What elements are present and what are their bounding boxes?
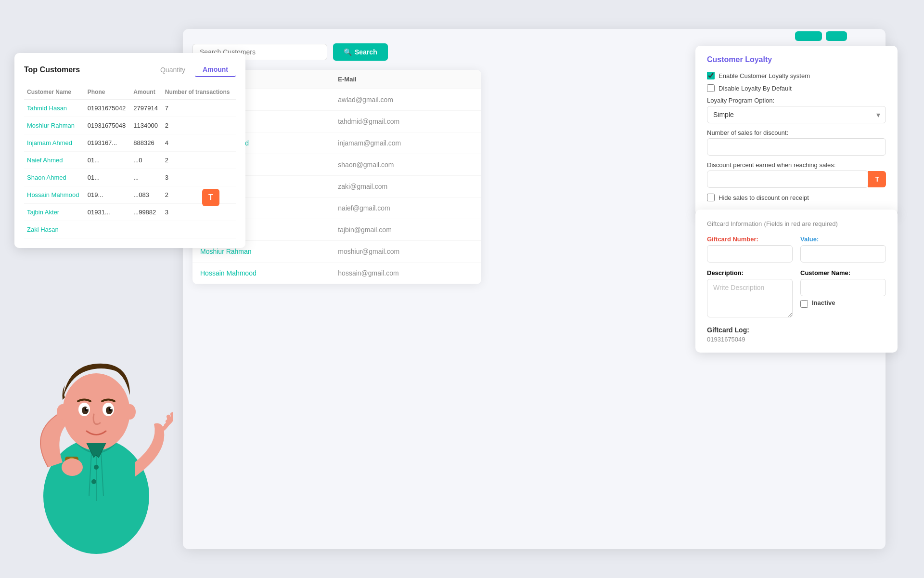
customer-amount-cell: ...0 <box>130 152 162 169</box>
avatar-svg <box>19 337 173 559</box>
sales-count-field: Number of sales for discount: 5 <box>707 129 886 156</box>
customer-name-cell[interactable]: Naief Ahmed <box>24 152 85 169</box>
program-option-label: Loyalty Program Option: <box>707 97 886 104</box>
giftcard-value-input[interactable]: 999 <box>800 245 886 263</box>
discount-t-button[interactable]: T <box>868 171 886 187</box>
giftcard-customer-field: Customer Name: Tahmid Hasan (3) (01931 I… <box>800 269 886 319</box>
giftcard-description-input[interactable] <box>707 279 793 317</box>
giftcard-panel: Giftcard Information (Fields in red are … <box>695 210 898 353</box>
discount-percent-input[interactable]: 5% <box>707 171 868 188</box>
customer-phone-cell: 01... <box>85 169 131 186</box>
customer-name-cell[interactable]: Shaon Ahmed <box>24 169 85 186</box>
search-button[interactable]: 🔍 Search <box>333 43 388 61</box>
widget-col-header: Number of transactions <box>162 85 236 100</box>
customer-phone-cell: 01931675048 <box>85 117 131 134</box>
enable-loyalty-row: Enable Customer Loyalty system <box>707 72 886 79</box>
giftcard-customer-label: Customer Name: <box>800 269 886 276</box>
widget-col-header: Amount <box>130 85 162 100</box>
customer-transactions-cell: 7 <box>162 100 236 117</box>
customer-name-cell[interactable]: Moshiur Rahman <box>24 117 85 134</box>
customer-transactions-cell: 3 <box>162 204 236 221</box>
widget-col-header: Customer Name <box>24 85 85 100</box>
widget-table: Customer NamePhoneAmountNumber of transa… <box>24 85 236 238</box>
loyalty-title: Customer Loyalty <box>707 55 886 64</box>
customer-transactions-cell: 3 <box>162 169 236 186</box>
program-option-field: Loyalty Program Option: Simple <box>707 97 886 123</box>
customer-name-cell[interactable]: Injamam Ahmed <box>24 134 85 152</box>
customer-name-cell[interactable]: Tahmid Hasan <box>24 100 85 117</box>
list-email-cell: injamam@gmail.com <box>330 132 481 154</box>
widget-table-row[interactable]: Injamam Ahmed 0193167... 888326 4 <box>24 134 236 152</box>
sales-count-label: Number of sales for discount: <box>707 129 886 136</box>
program-select[interactable]: Simple <box>707 106 886 123</box>
svg-point-8 <box>86 407 88 409</box>
customer-amount-cell: 1134000 <box>130 117 162 134</box>
customer-transactions-cell: 2 <box>162 117 236 134</box>
disable-loyalty-row: Disable Loyalty By Default <box>707 84 886 92</box>
list-t-button[interactable]: T <box>202 189 219 206</box>
giftcard-number-field: Giftcard Number: 25 <box>707 236 793 263</box>
giftcard-description-label: Description: <box>707 269 793 276</box>
customer-amount-cell: ...083 <box>130 186 162 204</box>
inactive-label: Inactive <box>812 299 835 306</box>
hide-sales-label: Hide sales to discount on receipt <box>719 194 809 201</box>
discount-percent-label: Discount percent earned when reaching sa… <box>707 161 886 169</box>
disable-loyalty-label: Disable Loyalty By Default <box>719 85 792 92</box>
top-green-button1[interactable] <box>795 31 822 41</box>
hide-sales-row: Hide sales to discount on receipt <box>707 194 886 201</box>
customer-amount-cell: 888326 <box>130 134 162 152</box>
giftcard-description-field: Description: <box>707 269 793 319</box>
giftcard-value-label: Value: <box>800 236 886 243</box>
giftcard-value-field: Value: 999 <box>800 236 886 263</box>
enable-loyalty-label: Enable Customer Loyalty system <box>719 72 810 79</box>
widget-header: Top Customers Quantity Amount <box>24 63 236 77</box>
customer-amount-cell: ... <box>130 169 162 186</box>
giftcard-bottom-row: Description: Customer Name: Tahmid Hasan… <box>707 269 886 319</box>
giftcard-title: Giftcard Information (Fields in red are … <box>707 219 886 228</box>
col-email: E-Mail <box>330 70 481 89</box>
customer-phone-cell <box>85 221 131 238</box>
giftcard-customer-input[interactable]: Tahmid Hasan (3) (01931 <box>800 279 886 296</box>
giftcard-top-row: Giftcard Number: 25 Value: 999 <box>707 236 886 263</box>
loyalty-panel: Customer Loyalty Enable Customer Loyalty… <box>695 46 898 216</box>
widget-table-row[interactable]: Zaki Hasan <box>24 221 236 238</box>
widget-title: Top Customers <box>24 66 80 74</box>
customer-name-cell[interactable]: Tajbin Akter <box>24 204 85 221</box>
hide-sales-checkbox[interactable] <box>707 194 715 201</box>
customer-phone-cell: 01... <box>85 152 131 169</box>
list-email-cell: shaon@gmail.com <box>330 154 481 176</box>
customer-name-cell[interactable]: Zaki Hasan <box>24 221 85 238</box>
tab-amount[interactable]: Amount <box>195 63 236 77</box>
customer-phone-cell: 0193167... <box>85 134 131 152</box>
list-email-cell: moshiur@gmail.com <box>330 241 481 263</box>
giftcard-log-value: 01931675049 <box>707 336 886 343</box>
list-email-cell: tahdmid@gmail.com <box>330 111 481 132</box>
giftcard-number-label: Giftcard Number: <box>707 236 793 243</box>
widget-table-row[interactable]: Naief Ahmed 01... ...0 2 <box>24 152 236 169</box>
disable-loyalty-checkbox[interactable] <box>707 84 715 92</box>
list-name-cell[interactable]: Hossain Mahmood <box>192 263 330 284</box>
customer-phone-cell: 01931675042 <box>85 100 131 117</box>
widget-table-row[interactable]: Shaon Ahmed 01... ... 3 <box>24 169 236 186</box>
svg-point-20 <box>62 459 83 476</box>
customer-phone-cell: 019... <box>85 186 131 204</box>
svg-point-2 <box>63 373 130 450</box>
sales-count-input[interactable]: 5 <box>707 138 886 156</box>
widget-table-row[interactable]: Moshiur Rahman 01931675048 1134000 2 <box>24 117 236 134</box>
tab-quantity[interactable]: Quantity <box>153 63 193 77</box>
svg-point-4 <box>124 404 136 420</box>
svg-point-17 <box>91 479 96 484</box>
widget-table-row[interactable]: Tahmid Hasan 01931675042 2797914 7 <box>24 100 236 117</box>
list-email-cell: naief@gmail.com <box>330 197 481 219</box>
top-teal-button2[interactable] <box>826 31 847 41</box>
customer-name-cell[interactable]: Hossain Mahmood <box>24 186 85 204</box>
giftcard-number-input[interactable]: 25 <box>707 245 793 263</box>
program-select-wrapper: Simple <box>707 106 886 123</box>
customer-amount-cell <box>130 221 162 238</box>
inactive-checkbox[interactable] <box>800 300 808 308</box>
customer-amount-cell: 2797914 <box>130 100 162 117</box>
giftcard-log-label: Giftcard Log: <box>707 326 886 334</box>
svg-point-16 <box>94 465 99 470</box>
customer-list-row[interactable]: Hossain Mahmood hossain@gmail.com <box>192 263 481 284</box>
enable-loyalty-checkbox[interactable] <box>707 72 715 79</box>
